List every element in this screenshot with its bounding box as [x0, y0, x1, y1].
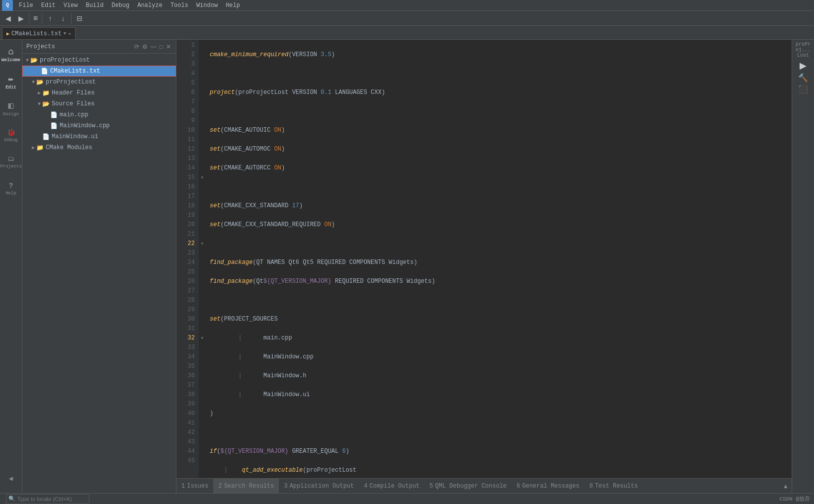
general-messages-tab[interactable]: 6 General Messages: [512, 479, 584, 493]
prev-location-button[interactable]: ↑: [44, 12, 56, 24]
app-label: Application Output: [290, 483, 354, 490]
debug-build-build[interactable]: 🔨: [798, 73, 808, 83]
tree-label: main.cpp: [60, 111, 88, 118]
tree-item-main-cpp[interactable]: 📄 main.cpp: [22, 109, 176, 120]
locate-bar[interactable]: 🔍: [6, 494, 89, 504]
tree-item-projfolder[interactable]: ▼ 📂 proProjectLost: [22, 77, 176, 87]
tree-label: MainWindow.cpp: [60, 122, 110, 129]
menu-help[interactable]: Help: [222, 0, 244, 10]
tree-item-sources[interactable]: ▼ 📂 Source Files: [22, 98, 176, 109]
file-icon: 📄: [50, 111, 58, 119]
search-num: 2: [218, 483, 222, 490]
panel-close-button[interactable]: ✕: [165, 43, 172, 51]
tab-label: CMakeLists.txt: [11, 30, 62, 37]
menu-build[interactable]: Build: [81, 0, 107, 10]
sidebar-debug-button[interactable]: 🐞 Debug: [1, 122, 21, 148]
sidebar-help-button[interactable]: ? Help: [1, 176, 21, 202]
search-results-tab[interactable]: 2 Search Results: [213, 479, 279, 493]
tree-label: Source Files: [52, 100, 94, 107]
menu-debug[interactable]: Debug: [107, 0, 133, 10]
tree-label: proProjectLost: [46, 79, 96, 85]
status-right: CSDN @放弃: [779, 495, 810, 503]
project-tree: ▼ 📂 proProjectLost 📄 CMakeLists.txt ▼ 📂 …: [22, 54, 176, 493]
issues-tab[interactable]: 1 Issues: [176, 479, 213, 493]
app-output-tab[interactable]: 3 Application Output: [279, 479, 359, 493]
debug-stop-button[interactable]: ⬛: [798, 84, 808, 94]
sidebar-help-label: Help: [5, 191, 16, 196]
panel-minimize-button[interactable]: —: [150, 43, 158, 51]
sidebar-edit-label: Edit: [5, 85, 16, 90]
code-editor[interactable]: 1 2 3 4 5 6 7 8 9 10 11 12 13 14 15 16 1…: [176, 40, 792, 478]
general-num: 6: [517, 483, 520, 490]
sidebar-collapse-button[interactable]: ◀: [1, 465, 21, 491]
sidebar-debug-label: Debug: [4, 138, 17, 143]
projects-icon: 🗂: [7, 155, 14, 163]
debug-run-button[interactable]: ▶: [800, 60, 807, 71]
file-icon: 📄: [50, 122, 58, 130]
nav-back-button[interactable]: ◀: [2, 12, 14, 24]
project-panel-title: Projects: [26, 43, 55, 50]
menu-analyze[interactable]: Analyze: [133, 0, 166, 10]
locate-input[interactable]: [17, 496, 87, 502]
folder-icon: 📁: [36, 144, 44, 152]
tab-dropdown-icon[interactable]: ▼: [64, 31, 66, 36]
help-icon: ?: [9, 182, 13, 190]
compile-label: Compile Output: [369, 483, 419, 490]
tab-cmake[interactable]: ▶ CMakeLists.txt ▼ ✕: [2, 27, 76, 39]
debug-icon: 🐞: [7, 128, 15, 137]
sidebar-design-button[interactable]: ◧ Design: [1, 95, 21, 121]
tab-icon: ▶: [6, 31, 9, 37]
folder-icon: 📁: [42, 89, 50, 97]
status-left: 🔍: [4, 494, 91, 504]
sidebar-edit-button[interactable]: ✏ Edit: [1, 69, 21, 94]
status-copyright: CSDN @放弃: [779, 495, 810, 503]
tree-item-cmake[interactable]: 📄 CMakeLists.txt: [22, 66, 176, 77]
tree-item-cmake-modules[interactable]: ▶ 📁 CMake Modules: [22, 142, 176, 153]
menu-edit[interactable]: Edit: [37, 0, 60, 10]
menu-file[interactable]: File: [15, 0, 37, 10]
nav-forward-button[interactable]: ▶: [15, 12, 27, 24]
menu-view[interactable]: View: [60, 0, 82, 10]
tab-close-button[interactable]: ✕: [68, 31, 71, 37]
panel-maximize-button[interactable]: □: [159, 43, 164, 51]
tree-label: Header Files: [52, 89, 94, 96]
design-icon: ◧: [8, 100, 14, 111]
tree-item-mainwindow-cpp[interactable]: 📄 MainWindow.cpp: [22, 120, 176, 131]
search-icon: 🔍: [8, 496, 15, 502]
panel-sync-button[interactable]: ⟳: [133, 43, 140, 51]
qml-num: 5: [429, 483, 433, 490]
code-content[interactable]: cmake_minimum_required(VERSION 3.5) proj…: [206, 40, 792, 478]
sidebar-projects-button[interactable]: 🗂 Projects: [1, 149, 21, 175]
split-editor-button[interactable]: ⊟: [74, 12, 85, 24]
tree-item-headers[interactable]: ▶ 📁 Header Files: [22, 87, 176, 98]
test-results-tab[interactable]: 8 Test Results: [584, 479, 643, 493]
fold-indicators: ▼ ▼ ▼: [199, 40, 206, 478]
compile-num: 4: [364, 483, 367, 490]
menu-tools[interactable]: Tools: [166, 0, 192, 10]
general-label: General Messages: [522, 483, 579, 490]
tree-arrow: ▶: [36, 90, 42, 96]
right-sidebar: proProj...Lost ▶ 🔨 ⬛: [792, 40, 814, 493]
bottom-panel-expand-button[interactable]: ▲: [782, 482, 790, 490]
next-location-button[interactable]: ↓: [57, 12, 69, 24]
sidebar-projects-label: Projects: [0, 164, 21, 169]
folder-icon: 📂: [42, 100, 50, 108]
main-area: ⌂ Welcome ✏ Edit ◧ Design 🐞 Debug 🗂 Proj…: [0, 40, 814, 493]
file-icon: 📄: [41, 68, 49, 75]
qml-debug-tab[interactable]: 5 QML Debugger Console: [424, 479, 511, 493]
tree-item-mainwindow-ui[interactable]: 📄 MainWindow.ui: [22, 131, 176, 142]
sidebar-welcome-button[interactable]: ⌂ Welcome: [1, 42, 21, 68]
bottom-panel: 1 Issues 2 Search Results 3 Application …: [176, 478, 792, 493]
panel-settings-button[interactable]: ⚙: [141, 43, 149, 51]
app-num: 3: [284, 483, 287, 490]
menu-window[interactable]: Window: [192, 0, 222, 10]
tree-item-root[interactable]: ▼ 📂 proProjectLost: [22, 55, 176, 66]
home-icon: ⌂: [8, 47, 14, 57]
test-num: 8: [589, 483, 593, 490]
locator-button[interactable]: ⊞: [31, 12, 40, 24]
toolbar-separator-2: [42, 13, 42, 23]
project-panel-header: Projects ⟳ ⚙ — □ ✕: [22, 40, 176, 54]
compile-output-tab[interactable]: 4 Compile Output: [359, 479, 424, 493]
sidebar-icons: ⌂ Welcome ✏ Edit ◧ Design 🐞 Debug 🗂 Proj…: [0, 40, 22, 493]
test-label: Test Results: [595, 483, 638, 490]
